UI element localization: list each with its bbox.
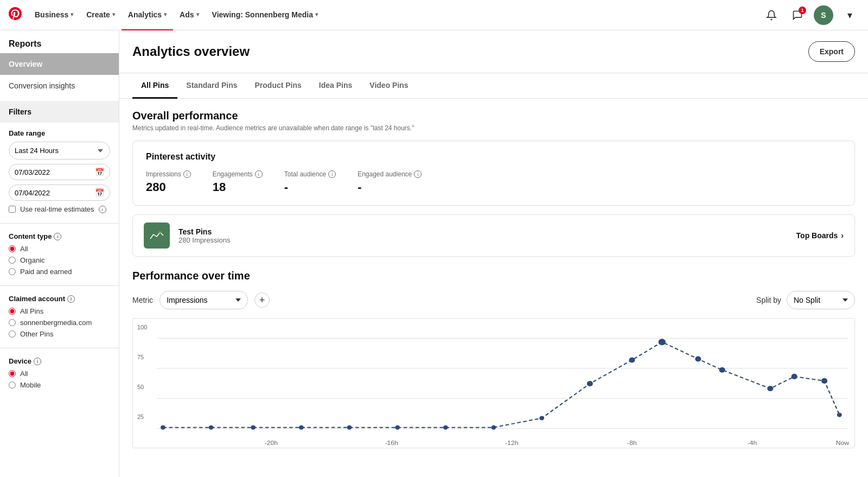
device-info-icon[interactable]: i: [34, 358, 41, 365]
nav-create[interactable]: Create ▾: [80, 0, 122, 30]
svg-point-12: [161, 425, 165, 430]
content-type-section: Content type i All Organic Paid and earn…: [0, 226, 119, 283]
metric-impressions: Impressions i 280: [146, 170, 191, 194]
svg-text:-20h: -20h: [265, 439, 278, 446]
pin-impressions-text: 280 Impressions: [178, 236, 788, 244]
device-section: Device i All Mobile: [0, 351, 119, 397]
claimed-account-section: Claimed account i All Pins sonnenbergmed…: [0, 288, 119, 346]
tab-standard-pins[interactable]: Standard Pins: [177, 73, 246, 99]
total-audience-info-icon[interactable]: i: [328, 170, 336, 178]
business-chevron-icon: ▾: [71, 11, 73, 17]
svg-point-22: [629, 358, 635, 363]
content-type-paid[interactable]: Paid and earned: [9, 268, 110, 276]
impressions-info-icon[interactable]: i: [183, 170, 191, 178]
engagements-info-icon[interactable]: i: [255, 170, 263, 178]
date-range-section: Date range Last 24 Hours Last 7 Days Las…: [0, 123, 119, 221]
svg-point-14: [251, 425, 256, 430]
pinterest-logo[interactable]: [9, 7, 22, 23]
section-title: Overall performance: [132, 110, 855, 122]
pin-type-tabs: All Pins Standard Pins Product Pins Idea…: [119, 73, 868, 99]
real-time-label: Use real-time estimates: [20, 205, 94, 213]
end-date-calendar-icon[interactable]: 📅: [95, 188, 104, 197]
end-date-wrapper: 📅: [9, 185, 110, 201]
content-type-organic[interactable]: Organic: [9, 256, 110, 264]
svg-text:-12h: -12h: [505, 439, 518, 446]
notifications-button[interactable]: [762, 5, 781, 25]
export-button[interactable]: Export: [808, 41, 855, 62]
messages-badge: 1: [799, 7, 806, 14]
content-type-all[interactable]: All: [9, 245, 110, 253]
user-avatar[interactable]: S: [814, 5, 833, 25]
svg-point-28: [821, 378, 827, 384]
chart-header-left: Metric Impressions Engagements Total aud…: [132, 291, 270, 309]
top-boards-button[interactable]: Top Boards ›: [796, 231, 844, 240]
tab-idea-pins[interactable]: Idea Pins: [310, 73, 361, 99]
reports-header: Reports: [0, 30, 119, 53]
pin-info: Test Pins 280 Impressions: [178, 227, 788, 244]
chart-container: 100 75 50 25 -20h -16h -12h -8h: [132, 318, 855, 448]
section-subtitle: Metrics updated in real-time. Audience m…: [132, 124, 855, 132]
claimed-account-info-icon[interactable]: i: [67, 295, 75, 303]
messages-button[interactable]: 1: [788, 5, 807, 25]
pin-card: Test Pins 280 Impressions Top Boards ›: [132, 214, 855, 257]
real-time-info-icon[interactable]: i: [99, 206, 106, 213]
end-date-input[interactable]: [15, 189, 92, 197]
divider-1: [0, 223, 119, 224]
filters-header: Filters: [0, 101, 119, 123]
metrics-row: Impressions i 280 Engagements i 18: [146, 170, 841, 194]
device-all[interactable]: All: [9, 370, 110, 378]
svg-point-18: [443, 425, 448, 430]
content-type-info-icon[interactable]: i: [54, 233, 61, 240]
device-mobile[interactable]: Mobile: [9, 381, 110, 389]
main-content: Analytics overview Export All Pins Stand…: [119, 30, 868, 477]
nav-business[interactable]: Business ▾: [28, 0, 80, 30]
svg-point-27: [792, 374, 797, 379]
svg-point-24: [695, 356, 701, 361]
start-date-input[interactable]: [15, 168, 92, 176]
tab-all-pins[interactable]: All Pins: [132, 73, 177, 99]
tab-video-pins[interactable]: Video Pins: [361, 73, 417, 99]
activity-title: Pinterest activity: [146, 152, 841, 162]
engaged-audience-info-icon[interactable]: i: [414, 170, 422, 178]
sidebar-item-conversion[interactable]: Conversion insights: [0, 75, 119, 97]
chart-section: Performance over time Metric Impressions…: [132, 270, 855, 448]
impressions-value: 280: [146, 180, 191, 194]
account-chevron-icon: ▾: [847, 9, 852, 21]
y-label-75: 75: [137, 354, 144, 360]
claimed-sonnenberg[interactable]: sonnenbergmedia.com: [9, 319, 110, 327]
real-time-checkbox[interactable]: [9, 206, 16, 213]
svg-point-21: [587, 381, 593, 386]
nav-analytics[interactable]: Analytics ▾: [122, 0, 173, 30]
account-chevron-button[interactable]: ▾: [840, 5, 859, 25]
y-label-50: 50: [137, 384, 144, 390]
ads-chevron-icon: ▾: [196, 11, 199, 17]
svg-point-26: [767, 386, 773, 391]
nav-ads[interactable]: Ads ▾: [173, 0, 205, 30]
date-range-select[interactable]: Last 24 Hours Last 7 Days Last 30 Days L…: [9, 142, 110, 160]
metric-select[interactable]: Impressions Engagements Total audience E…: [159, 291, 248, 309]
svg-text:Now: Now: [836, 439, 850, 446]
svg-point-16: [347, 425, 352, 430]
real-time-row: Use real-time estimates i: [9, 205, 110, 213]
split-select[interactable]: No Split Device Content type: [787, 291, 855, 309]
svg-point-13: [209, 425, 214, 430]
start-date-calendar-icon[interactable]: 📅: [95, 168, 104, 176]
divider-2: [0, 285, 119, 286]
svg-text:-16h: -16h: [385, 439, 398, 446]
claimed-other-pins[interactable]: Other Pins: [9, 330, 110, 338]
svg-point-17: [395, 425, 400, 430]
activity-card: Pinterest activity Impressions i 280 Eng…: [132, 141, 855, 206]
add-metric-button[interactable]: +: [254, 292, 270, 308]
tab-product-pins[interactable]: Product Pins: [246, 73, 310, 99]
nav-viewing[interactable]: Viewing: Sonnenberg Media ▾: [206, 0, 324, 30]
claimed-all-pins[interactable]: All Pins: [9, 307, 110, 315]
metric-total-audience: Total audience i -: [284, 170, 336, 194]
sidebar: Reports Overview Conversion insights Fil…: [0, 30, 119, 477]
sidebar-item-overview[interactable]: Overview: [0, 53, 119, 75]
chart-header: Metric Impressions Engagements Total aud…: [132, 291, 855, 309]
svg-text:-4h: -4h: [748, 439, 757, 446]
page-title: Analytics overview: [132, 44, 250, 59]
top-navigation: Business ▾ Create ▾ Analytics ▾ Ads ▾ Vi…: [0, 0, 868, 30]
split-label: Split by: [756, 296, 781, 304]
viewing-chevron-icon: ▾: [315, 11, 318, 17]
